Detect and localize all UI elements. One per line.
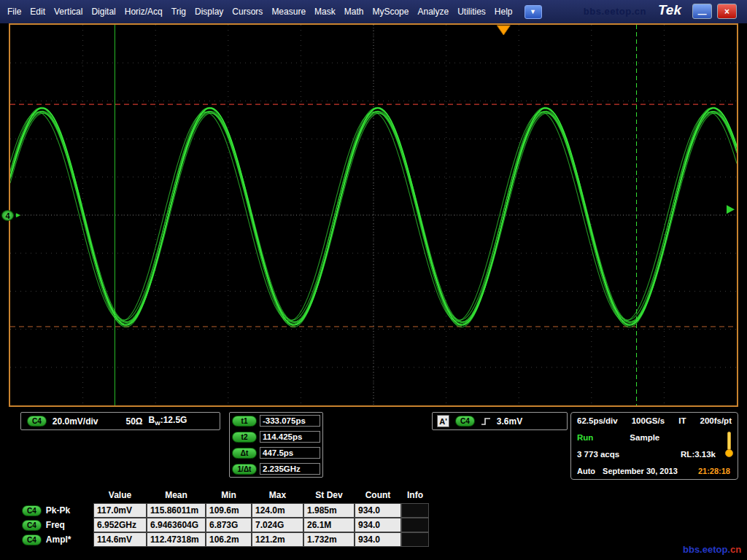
- menu-item-math[interactable]: Math: [340, 0, 368, 23]
- trigger-mode: Auto: [577, 467, 595, 475]
- column-header: Value: [93, 489, 147, 503]
- measurement-row-label: C4Ampl*: [20, 532, 93, 547]
- trigger-readout[interactable]: A' C4 3.6mV: [432, 412, 568, 430]
- vertical-scale: 20.0mV/div: [53, 416, 98, 427]
- menu-item-display[interactable]: Display: [190, 0, 228, 23]
- measurement-name: Ampl*: [46, 534, 71, 545]
- oscilloscope-app: FileEditVerticalDigitalHoriz/AcqTrigDisp…: [0, 0, 747, 560]
- column-header: St Dev: [303, 489, 355, 503]
- minimize-button[interactable]: —: [692, 4, 712, 19]
- horizontal-settings-row: 62.5ps/div 100GS/s IT 200fs/pt: [577, 416, 732, 425]
- measurement-cell: 1.985m: [303, 503, 355, 518]
- trigger-channel-badge: C4: [455, 416, 475, 427]
- cursor-readout-panel[interactable]: t1-333.075pst2114.425psΔt447.5ps1/Δt2.23…: [229, 412, 323, 478]
- menu-item-horiz-acq[interactable]: Horiz/Acq: [120, 0, 167, 23]
- close-icon: ×: [724, 7, 729, 17]
- sampling-mode: IT: [678, 416, 686, 425]
- acq-count: 3 773 acqs: [577, 450, 619, 459]
- menu-item-trig[interactable]: Trig: [167, 0, 190, 23]
- measurement-cell: [401, 503, 429, 518]
- timebase: 62.5ps/div: [577, 416, 618, 425]
- measurement-cell: 934.0: [355, 503, 401, 518]
- channel-4-arrow-icon: ►: [15, 211, 22, 219]
- menu-item-edit[interactable]: Edit: [26, 0, 50, 23]
- measurement-cell: 117.0mV: [93, 503, 147, 518]
- measurement-cell: [401, 532, 429, 547]
- menu-item-vertical[interactable]: Vertical: [50, 0, 87, 23]
- column-header: Info: [401, 489, 429, 503]
- waveform-display[interactable]: [9, 23, 738, 407]
- menu-item-help[interactable]: Help: [490, 0, 517, 23]
- cursor-value: 447.5ps: [260, 447, 320, 459]
- cursor-label-badge: t2: [232, 432, 257, 443]
- resolution: 200fs/pt: [700, 416, 732, 425]
- menu-item-utilities[interactable]: Utilities: [453, 0, 490, 23]
- cursor-label-badge: t1: [232, 416, 257, 427]
- channel-badge: C4: [22, 534, 42, 545]
- column-header-spacer: [20, 489, 93, 503]
- channel-badge: C4: [22, 520, 42, 531]
- menu-item-mask[interactable]: Mask: [310, 0, 340, 23]
- close-button[interactable]: ×: [717, 4, 737, 19]
- measurement-cell: 115.86011m: [147, 503, 206, 518]
- cursor-readout-row: 1/Δt2.235GHz: [232, 463, 320, 475]
- cursor-readout-row: t1-333.075ps: [232, 415, 320, 427]
- measurement-cell: 121.2m: [252, 532, 303, 547]
- column-header: Max: [252, 489, 303, 503]
- cursor-readout-rows: t1-333.075pst2114.425psΔt447.5ps1/Δt2.23…: [232, 415, 320, 475]
- menu-bar: FileEditVerticalDigitalHoriz/AcqTrigDisp…: [0, 0, 747, 23]
- measurement-cell: 109.6m: [206, 503, 252, 518]
- watermark-top: bbs.eetop.cn: [584, 6, 646, 17]
- column-header: Min: [206, 489, 252, 503]
- measurement-cell: 1.732m: [303, 532, 355, 547]
- menu-item-measure[interactable]: Measure: [267, 0, 310, 23]
- measurement-cell: 106.2m: [206, 532, 252, 547]
- column-header: Mean: [147, 489, 206, 503]
- thermometer-icon: [725, 432, 733, 457]
- measurement-cell: 112.47318m: [147, 532, 206, 547]
- record-length: RL:3.13k: [681, 450, 716, 459]
- measurement-cell: 6.9463604G: [147, 518, 206, 532]
- sample-rate: 100GS/s: [632, 416, 665, 425]
- trigger-level: 3.6mV: [497, 416, 522, 427]
- measurement-table: ValueMeanMinMaxSt DevCountInfoC4Pk-Pk117…: [20, 489, 429, 547]
- measurement-cell: 934.0: [355, 532, 401, 547]
- cursor-value: 114.425ps: [260, 431, 320, 443]
- thermometer-stem: [727, 432, 731, 450]
- tek-logo: Tek: [658, 2, 681, 18]
- menu-item-file[interactable]: File: [3, 0, 26, 23]
- date-label: September 30, 2013: [603, 467, 678, 475]
- measurement-name: Freq: [46, 520, 65, 530]
- channel-badge: C4: [22, 505, 42, 516]
- watermark-bottom: bbs.eetop.cn: [683, 544, 741, 555]
- menu-item-digital[interactable]: Digital: [87, 0, 120, 23]
- measurement-cell: 124.0m: [252, 503, 303, 518]
- acquisition-status-panel[interactable]: 62.5ps/div 100GS/s IT 200fs/pt Run Sampl…: [570, 412, 738, 480]
- menu-item-analyze[interactable]: Analyze: [413, 0, 453, 23]
- channel-badge: C4: [27, 416, 47, 427]
- watermark-bottom-blue: bbs.eetop.: [683, 544, 730, 555]
- waveform-svg: [10, 25, 737, 405]
- cursor-value: 2.235GHz: [260, 463, 320, 475]
- rising-edge-icon: [481, 416, 491, 427]
- channel-4-marker[interactable]: 4: [1, 210, 14, 221]
- chevron-down-icon: ▼: [530, 8, 536, 15]
- channel-readout[interactable]: C4 20.0mV/div 50Ω BW:12.5G: [20, 412, 220, 430]
- measurement-row-label: C4Freq: [20, 518, 93, 532]
- measurement-name: Pk-Pk: [46, 505, 70, 516]
- menu-item-cursors[interactable]: Cursors: [228, 0, 267, 23]
- date-time-row: Auto September 30, 2013 21:28:18: [577, 467, 732, 475]
- cursor-value: -333.075ps: [260, 415, 320, 427]
- input-impedance: 50Ω: [126, 416, 143, 427]
- cursor-label-badge: 1/Δt: [232, 464, 257, 475]
- measurement-cell: 26.1M: [303, 518, 355, 532]
- clock: 21:28:18: [698, 467, 730, 475]
- trigger-source-label: A': [437, 415, 449, 427]
- menu-dropdown-button[interactable]: ▼: [525, 5, 542, 19]
- run-state: Run: [577, 433, 593, 442]
- run-state-row: Run Sample: [577, 433, 732, 442]
- cursor-readout-row: t2114.425ps: [232, 431, 320, 443]
- measurement-cell: 7.024G: [252, 518, 303, 532]
- acq-count-row: 3 773 acqs RL:3.13k: [577, 450, 732, 459]
- menu-item-myscope[interactable]: MyScope: [368, 0, 413, 23]
